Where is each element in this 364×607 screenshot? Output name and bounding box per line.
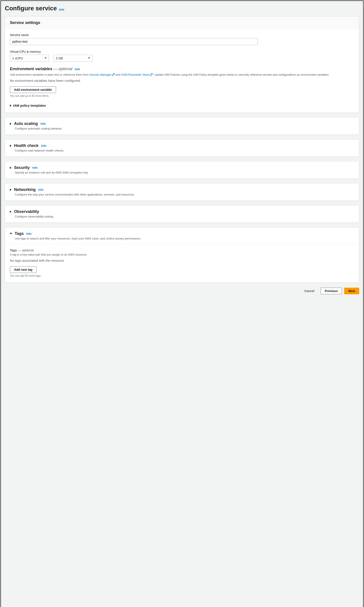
chevron-right-icon [10, 167, 12, 169]
service-name-input[interactable] [10, 38, 258, 45]
cancel-button[interactable]: Cancel [300, 288, 318, 294]
iam-policy-templates-expander[interactable]: IAM policy templates [10, 104, 354, 107]
memory-select[interactable]: 2 GB [53, 55, 92, 62]
networking-header[interactable]: Networking Info [10, 187, 354, 192]
tags-sub-title: Tagsoptional [10, 248, 354, 252]
service-settings-title: Service settings [10, 20, 354, 25]
auto-scaling-title: Auto scaling [14, 121, 38, 126]
chevron-right-icon [10, 189, 12, 191]
add-tag-button[interactable]: Add new tag [10, 266, 37, 273]
security-desc: Specify an Instance role and an AWS KMS … [15, 171, 354, 174]
tags-sub-help: A tag is a key-value pair that you assig… [10, 252, 354, 257]
external-link-icon [112, 73, 115, 76]
service-settings-header: Service settings [5, 16, 359, 29]
chevron-right-icon [10, 105, 12, 107]
security-panel: Security Info Specify an Instance role a… [5, 161, 359, 179]
security-info-link[interactable]: Info [32, 166, 38, 169]
next-button[interactable]: Next [344, 288, 359, 294]
health-check-title: Health check [14, 143, 39, 148]
health-check-info-link[interactable]: Info [41, 144, 46, 147]
security-header[interactable]: Security Info [10, 165, 354, 170]
vcpu-select-value: 1 vCPU [12, 56, 23, 60]
page-title: Configure service [5, 5, 57, 12]
auto-scaling-panel: Auto scaling Info Configure automatic sc… [5, 117, 359, 135]
chevron-right-icon [10, 211, 12, 213]
env-vars-info-link[interactable]: Info [75, 67, 80, 71]
health-check-panel: Health check Info Configure load balance… [5, 139, 359, 157]
networking-panel: Networking Info Configure the way your s… [5, 183, 359, 201]
tags-header[interactable]: Tags Info [10, 231, 354, 236]
page-header: Configure service Info [5, 5, 359, 12]
service-name-label: Service name [10, 33, 354, 37]
secrets-manager-link[interactable]: Secrets Manager [90, 73, 115, 76]
networking-info-link[interactable]: Info [38, 188, 43, 191]
vcpu-mem-label: Virtual CPU & memory [10, 50, 354, 53]
health-check-desc: Configure load balancer health checks. [15, 149, 354, 152]
observability-title: Observability [14, 209, 39, 214]
observability-header[interactable]: Observability [10, 209, 354, 214]
observability-desc: Configure observability tooling. [15, 215, 354, 218]
tags-limit-note: You can add 50 more tags. [10, 274, 354, 277]
tags-empty-text: No tags associated with the resource. [10, 259, 354, 262]
chevron-right-icon [10, 145, 12, 147]
ssm-parameter-store-link[interactable]: SSM Parameter Store [121, 73, 153, 76]
service-settings-panel: Service settings Service name Virtual CP… [5, 16, 359, 113]
auto-scaling-info-link[interactable]: Info [40, 122, 46, 125]
vcpu-select[interactable]: 1 vCPU [10, 55, 49, 62]
env-vars-help: Add environment variables in plain text … [10, 73, 354, 77]
env-vars-title: Environment variablesoptional Info [10, 67, 354, 71]
memory-select-value: 2 GB [56, 56, 63, 60]
external-link-icon [150, 73, 153, 76]
security-title: Security [14, 165, 30, 170]
auto-scaling-header[interactable]: Auto scaling Info [10, 121, 354, 126]
env-vars-limit-note: You can add up to 50 more items. [10, 94, 354, 97]
tags-panel: Tags Info Use tags to search and filter … [5, 227, 359, 283]
networking-desc: Configure the way your service communica… [15, 193, 354, 196]
observability-panel: Observability Configure observability to… [5, 205, 359, 223]
chevron-right-icon [10, 123, 12, 125]
health-check-header[interactable]: Health check Info [10, 143, 354, 148]
env-vars-empty-text: No environment variables have been confi… [10, 79, 354, 82]
wizard-footer: Cancel Previous Next [5, 288, 359, 294]
chevron-down-icon [10, 233, 12, 235]
tags-title: Tags [15, 231, 24, 236]
page-info-link[interactable]: Info [59, 8, 64, 11]
auto-scaling-desc: Configure automatic scaling behavior. [15, 127, 354, 130]
previous-button[interactable]: Previous [321, 288, 342, 294]
networking-title: Networking [14, 187, 36, 192]
tags-info-link[interactable]: Info [26, 232, 32, 235]
add-env-var-button[interactable]: Add environment variable [10, 86, 56, 93]
tags-desc: Use tags to search and filter your resou… [15, 237, 354, 240]
